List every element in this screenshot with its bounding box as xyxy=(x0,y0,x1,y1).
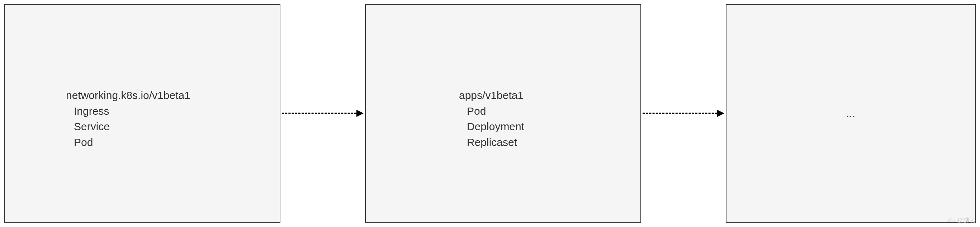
arrow-icon xyxy=(643,113,724,113)
watermark-text: 亿速云 xyxy=(957,216,977,225)
api-resource-item: Service xyxy=(66,119,190,135)
arrow-icon xyxy=(282,113,364,113)
api-resource-item: Pod xyxy=(459,103,524,119)
api-group-header: networking.k8s.io/v1beta1 xyxy=(66,87,190,103)
api-resource-item: Ingress xyxy=(66,103,190,119)
api-resource-item: Pod xyxy=(66,135,190,150)
api-group-box-ellipsis: ... xyxy=(726,4,976,223)
api-group-box-networking: networking.k8s.io/v1beta1 Ingress Servic… xyxy=(4,4,280,223)
api-resource-item: Replicaset xyxy=(459,135,524,150)
cloud-icon xyxy=(948,217,956,224)
api-group-header: apps/v1beta1 xyxy=(459,87,524,103)
ellipsis-text: ... xyxy=(727,5,975,222)
api-resource-item: Deployment xyxy=(459,119,524,135)
api-group-box-apps: apps/v1beta1 Pod Deployment Replicaset xyxy=(365,4,641,223)
watermark: 亿速云 xyxy=(948,216,977,225)
